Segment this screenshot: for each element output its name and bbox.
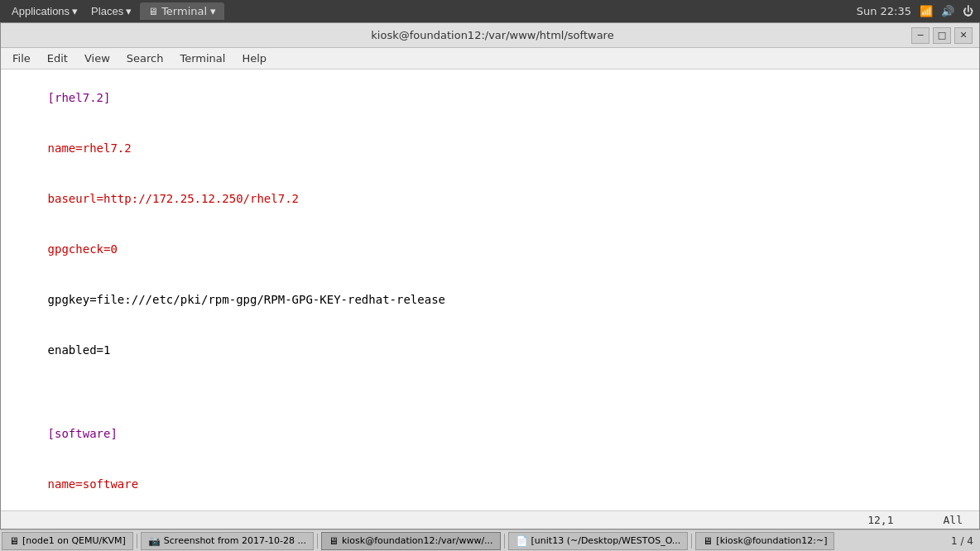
system-bar-right: Sun 22:35 📶 🔊 ⏻ [857, 5, 973, 17]
terminal-titlebar: kiosk@foundation12:/var/www/html/softwar… [1, 23, 979, 48]
system-bar: Applications ▾ Places ▾ 🖥 Terminal ▾ Sun… [0, 0, 980, 22]
maximize-button[interactable]: □ [933, 27, 951, 44]
task-icon-kiosk2: 🖥 [703, 535, 713, 547]
volume-icon: 🔊 [941, 5, 954, 17]
menu-file[interactable]: File [4, 50, 39, 67]
places-menu[interactable]: Places ▾ [86, 3, 137, 19]
terminal-tab[interactable]: 🖥 Terminal ▾ [140, 2, 223, 20]
task-label-unit13: [unit13 (~/Desktop/WESTOS_O... [531, 535, 681, 546]
taskbar-item-unit13[interactable]: 📄 [unit13 (~/Desktop/WESTOS_O... [508, 532, 689, 550]
taskbar-item-kiosk[interactable]: 🖥 kiosk@foundation12:/var/www/... [321, 532, 501, 550]
line-software-header: [software] [6, 409, 974, 459]
line-software-name: name=software [6, 459, 974, 510]
task-icon-unit13: 📄 [516, 535, 528, 547]
applications-label: Applications [12, 5, 70, 17]
terminal-tab-label: Terminal [161, 5, 207, 17]
terminal-icon: 🖥 [148, 6, 158, 17]
taskbar-separator-1 [137, 534, 137, 549]
close-button[interactable]: ✕ [954, 27, 973, 44]
taskbar: 🖥 [node1 on QEMU/KVM] 📷 Screenshot from … [0, 529, 980, 551]
wifi-icon: 📶 [920, 5, 933, 17]
menu-terminal[interactable]: Terminal [171, 50, 233, 67]
task-label-screenshot: Screenshot from 2017-10-28 ... [164, 535, 306, 546]
apps-chevron: ▾ [72, 5, 78, 17]
line-blank2 [6, 392, 974, 409]
line-rhel-name: name=rhel7.2 [6, 123, 974, 174]
places-chevron: ▾ [126, 5, 132, 17]
window-title: kiosk@foundation12:/var/www/html/softwar… [74, 29, 911, 41]
system-bar-left: Applications ▾ Places ▾ 🖥 Terminal ▾ [7, 2, 224, 20]
menu-bar: File Edit View Search Terminal Help [1, 48, 979, 69]
line-rhel-header: [rhel7.2] [6, 73, 974, 123]
status-line: 12,1 All [1, 510, 979, 529]
task-icon-node1: 🖥 [9, 535, 19, 547]
power-icon: ⏻ [963, 5, 973, 17]
task-icon-screenshot: 📷 [148, 535, 161, 547]
menu-view[interactable]: View [76, 50, 118, 67]
line-blank1 [6, 375, 974, 391]
taskbar-item-node1[interactable]: 🖥 [node1 on QEMU/KVM] [2, 532, 133, 550]
task-label-kiosk2: [kiosk@foundation12:~] [716, 535, 827, 546]
taskbar-item-kiosk2[interactable]: 🖥 [kiosk@foundation12:~] [695, 532, 834, 550]
menu-help[interactable]: Help [233, 50, 275, 67]
taskbar-separator-3 [504, 534, 505, 549]
cursor-position: 12,1 [867, 514, 893, 526]
minimize-button[interactable]: ─ [911, 27, 930, 44]
terminal-chevron: ▾ [210, 5, 216, 17]
clock: Sun 22:35 [857, 5, 911, 17]
taskbar-separator-2 [317, 534, 318, 549]
taskbar-item-screenshot[interactable]: 📷 Screenshot from 2017-10-28 ... [141, 532, 314, 550]
terminal-content[interactable]: [rhel7.2] name=rhel7.2 baseurl=http://17… [1, 69, 979, 510]
workspace-counter: 1 / 4 [951, 535, 978, 547]
task-label-kiosk: kiosk@foundation12:/var/www/... [342, 535, 493, 546]
line-rhel-enabled: enabled=1 [6, 324, 974, 375]
task-label-node1: [node1 on QEMU/KVM] [22, 535, 126, 546]
menu-edit[interactable]: Edit [39, 50, 76, 67]
applications-menu[interactable]: Applications ▾ [7, 3, 83, 19]
status-right: 12,1 All [867, 514, 963, 526]
line-rhel-gpgcheck: gpgcheck=0 [6, 224, 974, 275]
scroll-status: All [944, 514, 963, 526]
window-controls: ─ □ ✕ [911, 27, 973, 44]
places-label: Places [91, 5, 123, 17]
task-icon-kiosk: 🖥 [329, 535, 339, 547]
taskbar-separator-4 [691, 534, 692, 549]
line-rhel-baseurl: baseurl=http://172.25.12.250/rhel7.2 [6, 174, 974, 224]
line-rhel-gpgkey: gpgkey=file:///etc/pki/rpm-gpg/RPM-GPG-K… [6, 275, 974, 325]
menu-search[interactable]: Search [118, 50, 172, 67]
line-software-baseurl: baseurl=file:///var/www/html/software [6, 510, 974, 510]
terminal-window: kiosk@foundation12:/var/www/html/softwar… [0, 22, 980, 529]
